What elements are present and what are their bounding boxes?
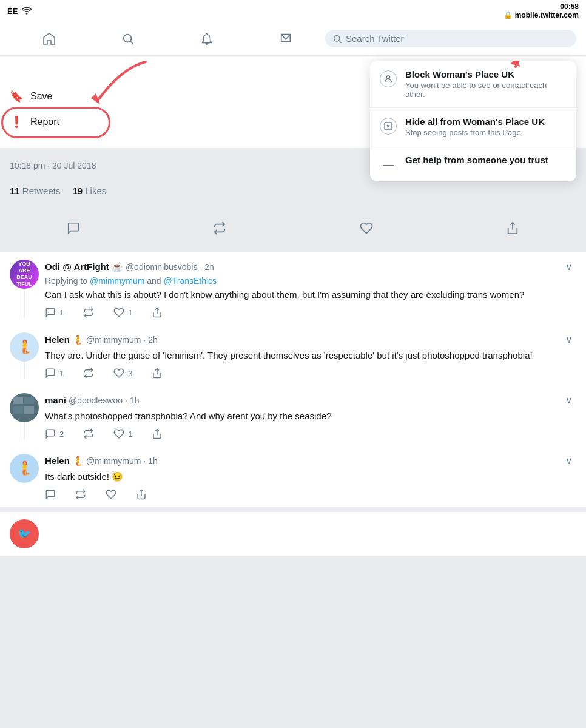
helen2-share-btn[interactable] xyxy=(136,489,147,500)
reply-button[interactable] xyxy=(57,217,90,243)
mani-handle[interactable]: @doodleswoo xyxy=(69,396,123,405)
helen2-like-btn[interactable] xyxy=(106,489,116,500)
messages-icon[interactable] xyxy=(246,32,325,46)
helen2-handle[interactable]: @mimmymum xyxy=(86,456,141,466)
avatar-odi: YOUAREBEAUTIFUL xyxy=(10,260,39,289)
hide-title: Hide all from Woman's Place UK xyxy=(405,116,545,127)
odi-like-btn[interactable]: 1 xyxy=(113,307,132,318)
helen1-time: 2h xyxy=(148,335,158,345)
share-button[interactable] xyxy=(496,217,529,243)
report-icon: ❗ xyxy=(10,115,23,129)
helen2-author: Helen 🧜 @mimmymum · 1h xyxy=(45,456,158,467)
helen1-header: Helen 🧜 @mimmymum · 2h ∨ xyxy=(45,332,576,346)
carrier-info: EE xyxy=(7,6,32,16)
helen1-like-btn[interactable]: 3 xyxy=(113,368,132,379)
thread-line xyxy=(24,289,25,318)
helen2-reply-btn[interactable] xyxy=(45,489,56,500)
odi-handle[interactable]: @odiomnibusvobis xyxy=(126,262,198,272)
odi-reply-btn[interactable]: 1 xyxy=(45,307,64,318)
search-bar[interactable]: Search Twitter xyxy=(325,30,576,47)
mani-chevron[interactable]: ∨ xyxy=(562,393,576,407)
helen2-tweet-text: Its dark outside! 😉 xyxy=(45,470,576,483)
svg-line-1 xyxy=(130,41,133,44)
helen2-time: 1h xyxy=(148,456,158,466)
helen1-chevron[interactable]: ∨ xyxy=(562,332,576,346)
helen2-chevron[interactable]: ∨ xyxy=(562,454,576,468)
tweet-action-bar xyxy=(0,212,586,252)
svg-point-2 xyxy=(334,35,340,41)
odi-retweet-btn[interactable] xyxy=(83,307,94,318)
odi-like-count: 1 xyxy=(128,308,132,317)
odi-share-btn[interactable] xyxy=(152,307,163,318)
mani-like-btn[interactable]: 1 xyxy=(113,428,132,439)
save-icon: 🔖 xyxy=(10,90,23,103)
status-bar: EE 00:58 🔒 mobile.twitter.com xyxy=(0,0,586,22)
helen1-handle[interactable]: @mimmymum xyxy=(86,335,141,345)
hide-item[interactable]: Hide all from Woman's Place UK Stop seei… xyxy=(370,108,576,146)
helen1-tweet-text: They are. Under the guise of 'feminism'.… xyxy=(45,349,576,362)
odi-name: Odi @ ArtFight ☕ xyxy=(45,261,123,272)
reply-tweet-helen2: 🧜 Helen 🧜 @mimmymum · 1h ∨ Its dark outs… xyxy=(0,447,586,512)
mani-reply-count: 2 xyxy=(59,430,64,439)
tweet-stats: 11 Retweets 19 Likes xyxy=(10,178,576,204)
like-count[interactable]: 19 Likes xyxy=(72,186,106,196)
odi-time: · xyxy=(200,262,202,272)
helen2-actions xyxy=(45,489,576,500)
block-item[interactable]: Block Woman's Place UK You won't be able… xyxy=(370,61,576,108)
svg-point-0 xyxy=(124,34,132,42)
odi-tweet-content: Odi @ ArtFight ☕ @odiomnibusvobis · 2h ∨… xyxy=(45,260,576,318)
mani-retweet-btn[interactable] xyxy=(83,428,94,439)
helen1-name: Helen 🧜 xyxy=(45,334,84,345)
reply-tweet-odi: YOUAREBEAUTIFUL Odi @ ArtFight ☕ @odiomn… xyxy=(0,252,586,325)
mani-like-count: 1 xyxy=(128,430,132,439)
block-title: Block Woman's Place UK xyxy=(405,69,567,79)
next-avatar: 🐦 xyxy=(10,519,39,548)
odi-reply-link2[interactable]: @TransEthics xyxy=(164,276,217,286)
retweet-count[interactable]: 11 Retweets xyxy=(10,186,60,196)
helen1-share-btn[interactable] xyxy=(152,368,163,379)
search-icon[interactable] xyxy=(89,32,167,46)
reply-tweet-mani: mani @doodleswoo · 1h ∨ What's photoshop… xyxy=(0,386,586,447)
next-tweet-stub xyxy=(45,519,576,548)
help-icon: — xyxy=(380,156,397,173)
helen2-retweet-btn[interactable] xyxy=(75,489,86,500)
block-icon xyxy=(380,70,397,87)
odi-replying-to: Replying to @mimmymum and @TransEthics xyxy=(45,276,576,286)
svg-rect-12 xyxy=(13,397,23,404)
helen2-header: Helen 🧜 @mimmymum · 1h ∨ xyxy=(45,454,576,468)
save-menu-item[interactable]: 🔖 Save xyxy=(10,84,59,109)
avatar-mani xyxy=(10,393,39,422)
mani-reply-btn[interactable]: 2 xyxy=(45,428,64,439)
odi-reply-count: 1 xyxy=(59,308,64,317)
url-bar: 🔒 mobile.twitter.com xyxy=(503,11,579,19)
mani-header: mani @doodleswoo · 1h ∨ xyxy=(45,393,576,407)
report-menu-item[interactable]: ❗ Report xyxy=(10,109,59,135)
retweet-button[interactable] xyxy=(203,217,236,243)
notifications-icon[interactable] xyxy=(167,32,246,46)
helen2-tweet-content: Helen 🧜 @mimmymum · 1h ∨ Its dark outsid… xyxy=(45,454,576,500)
hide-subtitle: Stop seeing posts from this Page xyxy=(405,128,545,137)
avatar-col-helen2: 🧜 xyxy=(10,454,39,500)
help-title: Get help from someone you trust xyxy=(405,155,548,165)
helen1-retweet-btn[interactable] xyxy=(83,368,94,379)
hide-icon xyxy=(380,118,397,135)
odi-author: Odi @ ArtFight ☕ @odiomnibusvobis · 2h xyxy=(45,261,214,272)
search-placeholder: Search Twitter xyxy=(346,33,404,44)
left-menu: 🔖 Save ❗ Report xyxy=(10,66,59,135)
mani-share-btn[interactable] xyxy=(152,428,163,439)
home-icon[interactable] xyxy=(10,32,89,46)
mani-author: mani @doodleswoo · 1h xyxy=(45,395,139,405)
context-menu-area: 🔖 Save ❗ Report Block Woman's Place UK Y… xyxy=(0,56,586,153)
odi-chevron[interactable]: ∨ xyxy=(562,260,576,274)
mani-tweet-content: mani @doodleswoo · 1h ∨ What's photoshop… xyxy=(45,393,576,439)
next-tweet-partial: 🐦 xyxy=(0,512,586,556)
mani-name: mani xyxy=(45,395,66,405)
svg-line-3 xyxy=(339,41,342,43)
wifi-icon xyxy=(21,6,32,16)
like-button[interactable] xyxy=(350,217,383,243)
thread-line2 xyxy=(24,362,25,379)
time-url: 00:58 🔒 mobile.twitter.com xyxy=(503,2,579,19)
helen1-reply-btn[interactable]: 1 xyxy=(45,368,64,379)
help-item[interactable]: — Get help from someone you trust xyxy=(370,146,576,181)
odi-reply-link[interactable]: @mimmymum xyxy=(90,276,144,286)
